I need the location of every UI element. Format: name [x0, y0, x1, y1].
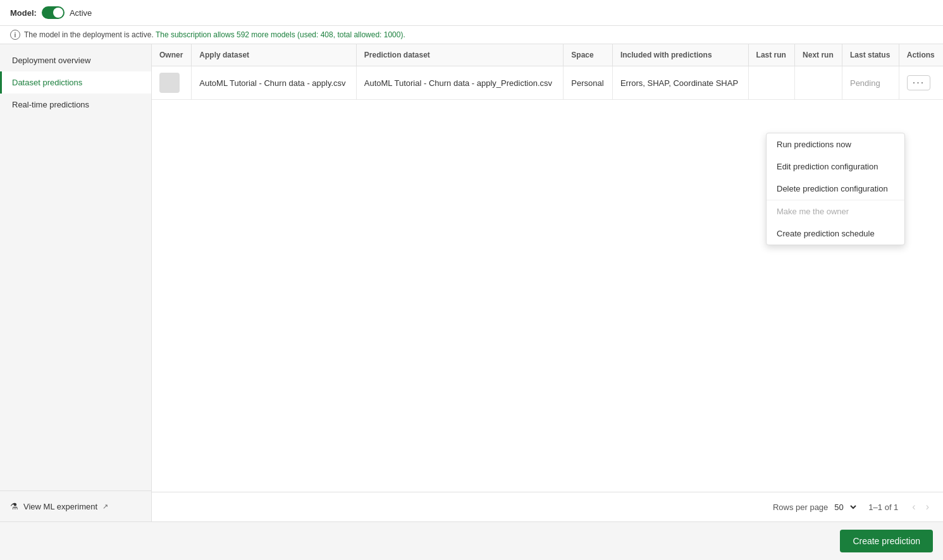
external-link-icon: ↗: [102, 502, 108, 511]
model-status: Model: Active: [10, 6, 933, 19]
cell-prediction-dataset: AutoML Tutorial - Churn data - apply_Pre…: [356, 66, 564, 100]
cell-included-with-predictions: Errors, SHAP, Coordinate SHAP: [612, 66, 748, 100]
info-text: The model in the deployment is active. T…: [24, 30, 405, 39]
experiment-icon: ⚗: [10, 501, 18, 511]
page-info: 1–1 of 1: [868, 502, 898, 512]
cell-last-status: Pending: [842, 66, 899, 100]
page-nav: ‹ ›: [908, 499, 933, 515]
table-container: Owner Apply dataset Prediction dataset S…: [152, 44, 943, 492]
apply-dataset-value: AutoML Tutorial - Churn data - apply.csv: [199, 78, 345, 88]
app-container: Model: Active i The model in the deploym…: [0, 0, 943, 560]
rows-per-page-select[interactable]: 50 25 100: [832, 502, 858, 513]
model-status-text: Active: [70, 8, 92, 18]
sidebar-item-deployment-overview[interactable]: Deployment overview: [0, 49, 151, 71]
dropdown-edit-prediction-config[interactable]: Edit prediction configuration: [767, 155, 904, 178]
table-header-row: Owner Apply dataset Prediction dataset S…: [152, 44, 943, 66]
sidebar-item-real-time-predictions-label: Real-time predictions: [12, 100, 89, 109]
prediction-dataset-value: AutoML Tutorial - Churn data - apply_Pre…: [364, 78, 552, 88]
sidebar-view-ml-experiment[interactable]: ⚗ View ML experiment ↗: [0, 490, 151, 521]
table-row: AutoML Tutorial - Churn data - apply.csv…: [152, 66, 943, 100]
info-text-green: The subscription allows 592 more models …: [156, 30, 405, 39]
info-icon: i: [10, 30, 20, 40]
col-prediction-dataset: Prediction dataset: [356, 44, 564, 66]
col-next-run: Next run: [795, 44, 842, 66]
info-text-normal: The model in the deployment is active.: [24, 30, 154, 39]
sidebar-bottom-label: View ML experiment: [23, 502, 97, 511]
cell-last-run: [748, 66, 795, 100]
rows-per-page: Rows per page 50 25 100: [773, 502, 858, 513]
col-included-with-predictions: Included with predictions: [612, 44, 748, 66]
pagination-bar: Rows per page 50 25 100 1–1 of 1 ‹ ›: [152, 492, 943, 521]
model-toggle[interactable]: [42, 6, 65, 19]
content-area: Owner Apply dataset Prediction dataset S…: [152, 44, 943, 521]
included-value: Errors, SHAP, Coordinate SHAP: [620, 78, 738, 88]
cell-space: Personal: [564, 66, 613, 100]
bottom-bar: Create prediction: [0, 521, 943, 560]
sidebar: Deployment overview Dataset predictions …: [0, 44, 152, 521]
space-value: Personal: [571, 78, 603, 88]
dropdown-run-predictions[interactable]: Run predictions now: [767, 133, 904, 155]
sidebar-item-deployment-overview-label: Deployment overview: [12, 56, 90, 65]
actions-dropdown-menu: Run predictions now Edit prediction conf…: [766, 133, 905, 245]
cell-next-run: [795, 66, 842, 100]
top-bar: Model: Active: [0, 0, 943, 26]
dropdown-create-prediction-schedule[interactable]: Create prediction schedule: [767, 222, 904, 245]
sidebar-item-real-time-predictions[interactable]: Real-time predictions: [0, 94, 151, 116]
col-last-run: Last run: [748, 44, 795, 66]
cell-actions: ···: [899, 66, 943, 100]
avatar: [159, 73, 180, 93]
info-bar: i The model in the deployment is active.…: [0, 26, 943, 44]
toggle-knob: [53, 8, 63, 18]
col-owner: Owner: [152, 44, 192, 66]
rows-per-page-label: Rows per page: [773, 502, 828, 512]
prev-page-button[interactable]: ‹: [908, 499, 919, 515]
dropdown-make-me-owner: Make me the owner: [767, 200, 904, 222]
sidebar-item-dataset-predictions[interactable]: Dataset predictions: [0, 71, 151, 94]
predictions-table: Owner Apply dataset Prediction dataset S…: [152, 44, 943, 100]
status-badge: Pending: [850, 78, 880, 88]
actions-menu-button[interactable]: ···: [907, 75, 930, 90]
create-prediction-button[interactable]: Create prediction: [840, 530, 933, 552]
next-page-button[interactable]: ›: [922, 499, 933, 515]
cell-apply-dataset: AutoML Tutorial - Churn data - apply.csv: [192, 66, 356, 100]
sidebar-item-dataset-predictions-label: Dataset predictions: [12, 78, 82, 87]
dropdown-delete-prediction-config[interactable]: Delete prediction configuration: [767, 178, 904, 200]
main-layout: Deployment overview Dataset predictions …: [0, 44, 943, 521]
col-space: Space: [564, 44, 613, 66]
col-actions: Actions: [899, 44, 943, 66]
cell-owner: [152, 66, 192, 100]
model-label: Model:: [10, 8, 37, 18]
col-last-status: Last status: [842, 44, 899, 66]
col-apply-dataset: Apply dataset: [192, 44, 356, 66]
